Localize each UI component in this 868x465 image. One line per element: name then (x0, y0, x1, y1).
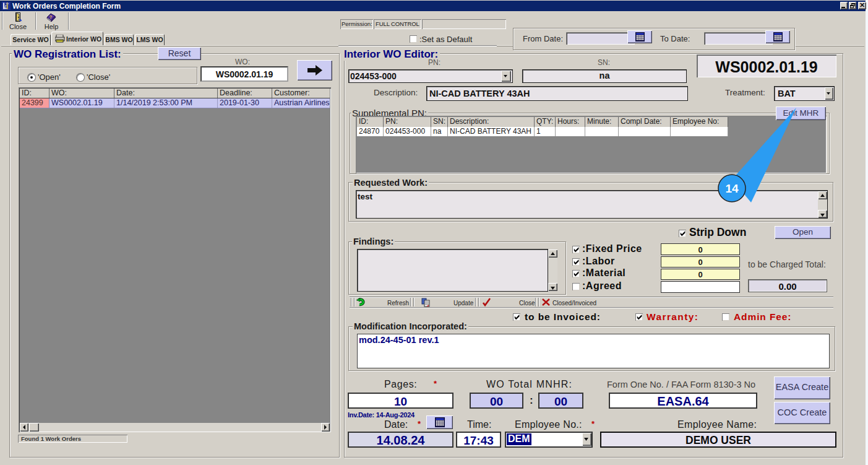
svg-text:?: ? (49, 14, 53, 20)
svg-text:14: 14 (725, 182, 739, 195)
